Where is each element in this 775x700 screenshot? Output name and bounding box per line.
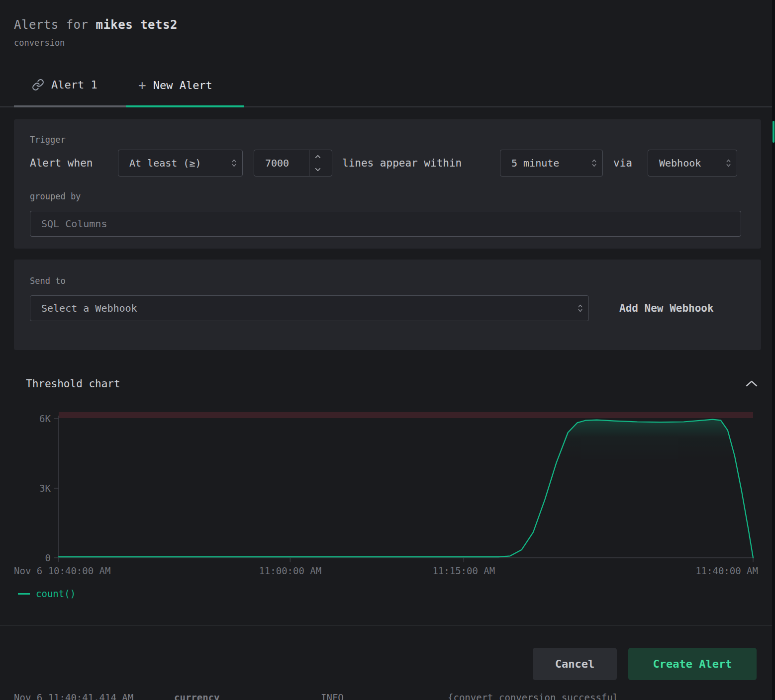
x-tick-label: Nov 6 10:40:00 AM <box>14 565 110 576</box>
chart-legend: count() <box>18 588 76 599</box>
y-tick-label: 3K <box>39 483 51 494</box>
page-title: Alerts for mikes tets2 <box>14 18 178 32</box>
link-icon <box>32 79 44 91</box>
alert-when-text: Alert when <box>30 150 93 176</box>
x-tick-label: 11:00:00 AM <box>259 565 321 576</box>
chevron-updown-icon <box>720 158 737 169</box>
tab-indicator-inactive <box>14 105 126 107</box>
y-tick-label: 6K <box>39 413 51 424</box>
plus-icon: + <box>138 79 146 91</box>
cancel-button[interactable]: Cancel <box>533 648 617 680</box>
log-timestamp: Nov 6 11:40:41.414 AM <box>14 692 133 700</box>
chevron-updown-icon <box>572 303 588 314</box>
threshold-input[interactable] <box>254 150 309 176</box>
trigger-section-label: Trigger <box>30 135 66 145</box>
legend-line-swatch <box>18 593 30 595</box>
chevron-updown-icon <box>585 158 602 169</box>
page-title-name: mikes tets2 <box>96 18 177 32</box>
legend-series-label: count() <box>36 588 76 599</box>
log-message: {convert conversion successful <box>448 692 618 700</box>
time-window-select[interactable]: 5 minute <box>500 150 603 176</box>
y-tick-label: 0 <box>45 552 51 563</box>
add-new-webhook-button[interactable]: Add New Webhook <box>619 295 714 321</box>
scrollbar-thumb[interactable] <box>773 121 775 143</box>
webhook-select-placeholder: Select a Webhook <box>30 302 572 314</box>
log-service: currency <box>174 692 220 700</box>
x-tick-label: 11:40:00 AM <box>695 565 758 576</box>
chevron-updown-icon <box>225 158 242 169</box>
alert-drawer: Alerts for mikes tets2 conversion Alert … <box>0 0 775 700</box>
background-log-row: Nov 6 11:40:41.414 AM currency INFO {con… <box>0 692 775 700</box>
via-text: via <box>613 150 632 176</box>
tab-label: Alert 1 <box>51 79 97 91</box>
create-alert-button[interactable]: Create Alert <box>628 648 757 680</box>
webhook-select[interactable]: Select a Webhook <box>30 295 589 321</box>
threshold-number-input-group <box>254 150 332 176</box>
log-level: INFO <box>321 692 344 700</box>
channel-select-value: Webhook <box>648 157 720 169</box>
group-by-input[interactable] <box>30 211 741 237</box>
chevron-up-icon <box>745 380 758 388</box>
threshold-chart: 03K6KNov 6 10:40:00 AM11:00:00 AM11:15:0… <box>0 407 766 582</box>
series-area <box>59 420 753 558</box>
grouped-by-label: grouped by <box>30 191 81 201</box>
tab-alert-1[interactable]: Alert 1 <box>32 79 97 91</box>
page-subtitle: conversion <box>14 38 65 48</box>
spinner-down-icon[interactable] <box>309 163 326 176</box>
tab-indicator-active <box>126 105 244 107</box>
footer-divider <box>0 625 775 626</box>
comparator-select-value: At least (≥) <box>118 157 225 169</box>
time-window-select-value: 5 minute <box>500 157 585 169</box>
send-to-label: Send to <box>30 276 66 286</box>
page-title-prefix: Alerts for <box>14 18 96 32</box>
x-tick-label: 11:15:00 AM <box>432 565 495 576</box>
number-spinner <box>309 150 326 176</box>
threshold-chart-svg: 03K6KNov 6 10:40:00 AM11:00:00 AM11:15:0… <box>0 407 766 582</box>
comparator-select[interactable]: At least (≥) <box>118 150 243 176</box>
spinner-up-icon[interactable] <box>309 150 326 163</box>
collapse-section-button[interactable] <box>744 378 759 390</box>
tab-label: New Alert <box>153 79 212 91</box>
alert-tabs: Alert 1 + New Alert <box>0 75 775 107</box>
lines-appear-text: lines appear within <box>342 150 462 176</box>
scrollbar-track <box>772 0 775 700</box>
tab-new-alert[interactable]: + New Alert <box>138 79 212 91</box>
channel-select[interactable]: Webhook <box>648 150 737 176</box>
threshold-band <box>59 412 753 418</box>
threshold-chart-title: Threshold chart <box>26 378 120 390</box>
